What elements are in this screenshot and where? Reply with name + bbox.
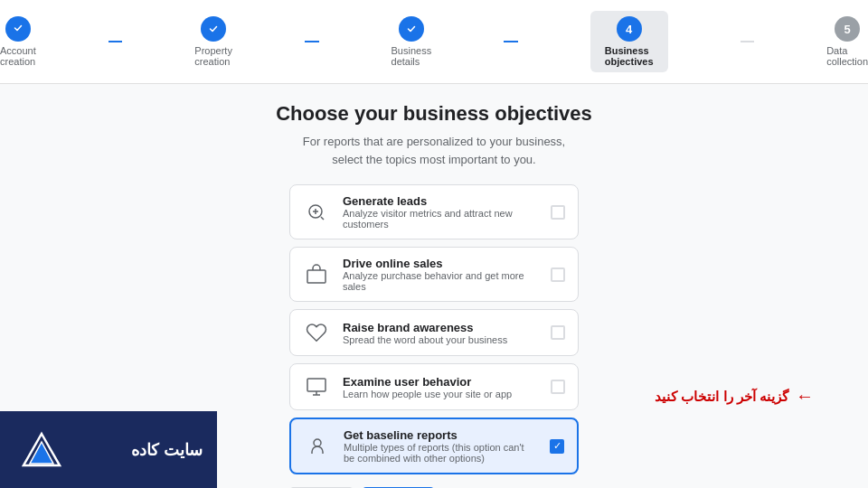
step-data-collection[interactable]: 5 Data collection — [826, 16, 868, 67]
svg-marker-8 — [30, 442, 53, 464]
drive-online-sales-checkbox[interactable] — [551, 267, 565, 282]
step-4-circle: 4 — [617, 16, 642, 42]
svg-point-1 — [207, 23, 220, 35]
annotation-arrow-icon: ← — [796, 386, 814, 407]
svg-point-0 — [12, 22, 24, 34]
get-baseline-reports-desc: Multiple types of reports (this option c… — [344, 442, 537, 464]
examine-user-behavior-icon — [303, 373, 330, 400]
generate-leads-checkbox[interactable] — [551, 205, 565, 220]
option-drive-online-sales[interactable]: Drive online sales Analyze purchase beha… — [289, 247, 579, 302]
generate-leads-title: Generate leads — [343, 194, 538, 208]
step-5-circle: 5 — [835, 16, 860, 42]
step-3-circle — [399, 16, 424, 42]
option-get-baseline-reports[interactable]: Get baseline reports Multiple types of r… — [289, 418, 579, 474]
bottom-overlay: سایت کاده — [0, 411, 217, 488]
connector-4 — [741, 41, 755, 42]
step-1-circle — [5, 16, 31, 42]
step-1-check — [12, 22, 24, 37]
option-generate-leads[interactable]: Generate leads Analyze visitor metrics a… — [289, 184, 579, 239]
step-1-label: Account creation — [0, 45, 36, 67]
step-4-number: 4 — [626, 23, 632, 36]
examine-user-behavior-desc: Learn how people use your site or app — [343, 389, 538, 399]
raise-brand-awareness-text: Raise brand awareness Spread the word ab… — [343, 321, 538, 345]
page-title: Choose your business objectives — [276, 102, 592, 126]
step-2-circle — [201, 16, 226, 42]
connector-3 — [504, 41, 518, 42]
overlay-brand-text: سایت کاده — [131, 440, 203, 460]
svg-rect-4 — [307, 270, 326, 283]
step-4-label: Business objectives — [605, 45, 654, 67]
step-5-label: Data collection — [826, 45, 868, 67]
drive-online-sales-desc: Analyze purchase behavior and get more s… — [343, 270, 538, 292]
option-examine-user-behavior[interactable]: Examine user behavior Learn how people u… — [289, 363, 579, 410]
svg-point-6 — [314, 439, 321, 446]
get-baseline-reports-text: Get baseline reports Multiple types of r… — [344, 428, 537, 464]
option-raise-brand-awareness[interactable]: Raise brand awareness Spread the word ab… — [289, 309, 579, 356]
step-property-creation[interactable]: Property creation — [194, 16, 232, 67]
step-5-number: 5 — [844, 23, 850, 36]
connector-2 — [305, 41, 319, 42]
page-subtitle: For reports that are personalized to you… — [303, 133, 565, 168]
examine-user-behavior-checkbox[interactable] — [551, 380, 565, 394]
drive-online-sales-icon — [303, 261, 330, 288]
raise-brand-awareness-desc: Spread the word about your business — [343, 334, 538, 345]
step-business-details[interactable]: Business details — [392, 16, 432, 67]
get-baseline-reports-checkbox[interactable]: ✓ — [550, 439, 564, 454]
svg-point-2 — [405, 23, 418, 35]
annotation: گزینه آخر را انتخاب کنید ← — [655, 386, 814, 407]
examine-user-behavior-title: Examine user behavior — [343, 375, 538, 389]
connector-1 — [108, 41, 123, 42]
step-business-objectives[interactable]: 4 Business objectives — [590, 11, 668, 72]
raise-brand-awareness-checkbox[interactable] — [551, 325, 565, 340]
get-baseline-reports-icon — [304, 433, 331, 460]
stepper: Account creation Property creation Busin… — [0, 0, 868, 84]
subtitle-line2: select the topics most important to you. — [332, 153, 535, 166]
drive-online-sales-title: Drive online sales — [343, 257, 538, 270]
step-account-creation[interactable]: Account creation — [0, 16, 36, 67]
examine-user-behavior-text: Examine user behavior Learn how people u… — [343, 375, 538, 399]
step-3-label: Business details — [392, 45, 432, 67]
subtitle-line1: For reports that are personalized to you… — [303, 135, 565, 148]
generate-leads-desc: Analyze visitor metrics and attract new … — [343, 208, 538, 230]
drive-online-sales-text: Drive online sales Analyze purchase beha… — [343, 257, 538, 292]
get-baseline-reports-title: Get baseline reports — [344, 428, 537, 442]
svg-rect-5 — [307, 379, 326, 391]
options-list: Generate leads Analyze visitor metrics a… — [289, 184, 579, 474]
raise-brand-awareness-icon — [303, 319, 330, 346]
annotation-text: گزینه آخر را انتخاب کنید — [655, 389, 788, 405]
generate-leads-icon — [303, 199, 330, 226]
overlay-logo — [14, 427, 69, 473]
step-2-label: Property creation — [194, 45, 232, 67]
generate-leads-text: Generate leads Analyze visitor metrics a… — [343, 194, 538, 230]
raise-brand-awareness-title: Raise brand awareness — [343, 321, 538, 334]
